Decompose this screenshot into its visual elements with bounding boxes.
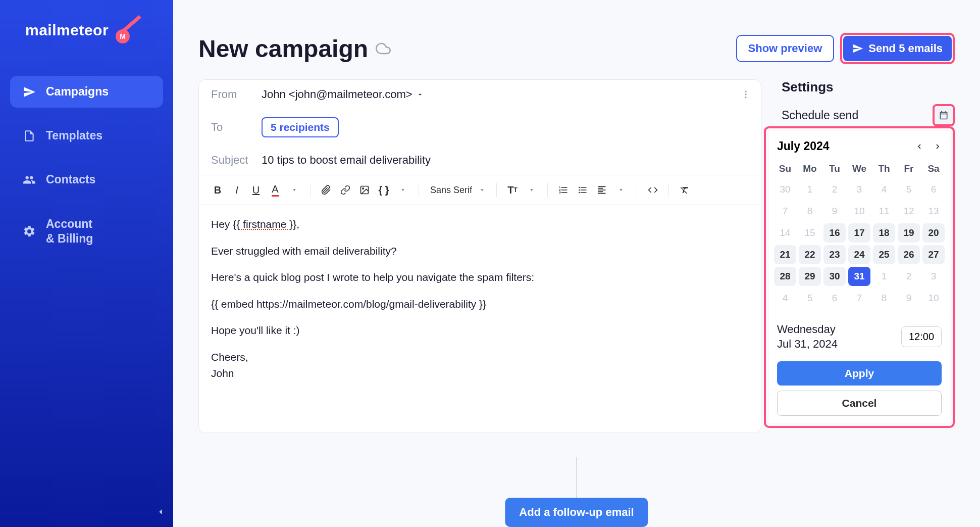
calendar-day[interactable]: 2	[898, 267, 920, 286]
calendar-day[interactable]: 8	[799, 202, 821, 221]
calendar-day[interactable]: 16	[823, 223, 846, 243]
font-size-button[interactable]: TT	[504, 181, 521, 199]
link-button[interactable]	[337, 181, 354, 199]
sidebar-item-contacts[interactable]: Contacts	[10, 164, 163, 196]
svg-point-2	[745, 91, 746, 92]
calendar-icon-highlight	[933, 104, 955, 126]
calendar-day[interactable]: 20	[922, 223, 945, 243]
subject-input[interactable]: 10 tips to boost email deliverability	[262, 154, 431, 167]
toolbar-separator	[419, 183, 419, 197]
apply-button[interactable]: Apply	[777, 361, 942, 386]
calendar-day[interactable]: 25	[873, 245, 895, 264]
calendar-day[interactable]: 22	[799, 245, 821, 264]
calendar-day[interactable]: 4	[873, 180, 895, 199]
calendar-day[interactable]: 7	[848, 289, 870, 308]
send-emails-button[interactable]: Send 5 emails	[843, 36, 952, 61]
calendar-day[interactable]: 5	[898, 180, 920, 199]
gear-icon	[23, 225, 36, 238]
body-line: Cheers,John	[211, 349, 749, 382]
main: New campaign Show preview Send 5 emails	[173, 0, 980, 527]
sidebar-item-campaigns[interactable]: Campaigns	[10, 76, 163, 108]
calendar-dow: Tu	[823, 160, 846, 177]
underline-button[interactable]: U	[247, 181, 265, 199]
font-family-label: Sans Serif	[430, 185, 472, 196]
merge-tag-button[interactable]: { }	[375, 181, 392, 199]
calendar-day[interactable]: 28	[774, 267, 796, 286]
calendar-day[interactable]: 30	[823, 267, 846, 286]
toolbar-separator	[547, 183, 548, 197]
calendar-day[interactable]: 4	[774, 289, 796, 308]
bold-button[interactable]: B	[209, 181, 226, 199]
brand-name: mailmeteor	[25, 22, 109, 39]
calendar-day[interactable]: 24	[848, 245, 870, 264]
calendar-day[interactable]: 12	[898, 202, 920, 221]
email-body-editor[interactable]: Hey {{ firstname }}, Ever struggled with…	[199, 205, 761, 433]
align-button[interactable]	[593, 181, 610, 199]
calendar-day[interactable]: 5	[799, 289, 821, 308]
from-dropdown[interactable]: John <john@mailmeteor.com>	[262, 88, 424, 101]
calendar-day[interactable]: 13	[922, 202, 945, 221]
calendar-day[interactable]: 17	[848, 223, 870, 243]
calendar-day[interactable]: 29	[799, 267, 821, 286]
editor-toolbar: B I U A { } Sans Serif	[199, 175, 761, 205]
calendar-day[interactable]: 21	[774, 245, 796, 264]
calendar-day[interactable]: 23	[823, 245, 846, 264]
svg-point-3	[745, 93, 746, 95]
next-month-button[interactable]	[934, 142, 942, 151]
merge-tag-dropdown[interactable]	[394, 181, 411, 199]
font-size-dropdown[interactable]	[523, 181, 540, 199]
calendar-day[interactable]: 8	[873, 289, 895, 308]
sidebar-item-templates[interactable]: Templates	[10, 120, 163, 152]
calendar-day[interactable]: 18	[873, 223, 895, 243]
calendar-day[interactable]: 10	[848, 202, 870, 221]
time-input[interactable]	[901, 326, 942, 347]
calendar-day[interactable]: 15	[799, 223, 821, 243]
align-dropdown[interactable]	[612, 181, 630, 199]
calendar-day[interactable]: 26	[898, 245, 920, 264]
cloud-sync-icon	[376, 41, 391, 56]
font-family-dropdown[interactable]: Sans Serif	[426, 185, 489, 196]
calendar-day[interactable]: 10	[922, 289, 945, 308]
clear-format-button[interactable]	[676, 181, 693, 199]
calendar-day[interactable]: 3	[922, 267, 945, 286]
toolbar-separator	[668, 183, 669, 197]
calendar-day[interactable]: 30	[774, 180, 796, 199]
text-color-dropdown[interactable]	[286, 181, 303, 199]
calendar-day[interactable]: 31	[848, 267, 870, 286]
calendar-day[interactable]: 7	[774, 202, 796, 221]
calendar-day[interactable]: 19	[898, 223, 920, 243]
followup-section: Add a follow-up email	[505, 457, 648, 527]
toolbar-separator	[310, 183, 311, 197]
calendar-day[interactable]: 3	[848, 180, 870, 199]
more-options-button[interactable]	[741, 89, 751, 100]
calendar-day[interactable]: 6	[823, 289, 846, 308]
code-button[interactable]	[644, 181, 661, 199]
unordered-list-button[interactable]	[574, 181, 591, 199]
italic-button[interactable]: I	[228, 181, 245, 199]
calendar-day[interactable]: 14	[774, 223, 796, 243]
calendar-day[interactable]: 1	[873, 267, 895, 286]
calendar-day[interactable]: 6	[922, 180, 945, 199]
recipients-chip[interactable]: 5 recipients	[262, 117, 339, 137]
sidebar-collapse-button[interactable]	[156, 507, 166, 517]
cancel-button[interactable]: Cancel	[777, 391, 942, 416]
show-preview-button[interactable]: Show preview	[736, 35, 835, 62]
image-button[interactable]	[356, 181, 373, 199]
settings-panel: Settings Schedule send July 2024	[782, 79, 955, 428]
calendar-day[interactable]: 1	[799, 180, 821, 199]
sidebar-item-account-billing[interactable]: Account & Billing	[10, 208, 163, 255]
schedule-calendar-button[interactable]	[936, 107, 952, 123]
calendar-day[interactable]: 9	[898, 289, 920, 308]
calendar-day[interactable]: 9	[823, 202, 846, 221]
ordered-list-button[interactable]	[555, 181, 572, 199]
calendar-day[interactable]: 27	[922, 245, 945, 264]
text-color-button[interactable]: A	[267, 181, 284, 199]
people-icon	[23, 173, 36, 186]
divider	[774, 315, 945, 315]
calendar-day[interactable]: 11	[873, 202, 895, 221]
svg-point-4	[745, 97, 746, 98]
calendar-day[interactable]: 2	[823, 180, 846, 199]
add-followup-button[interactable]: Add a follow-up email	[505, 498, 648, 527]
prev-month-button[interactable]	[915, 142, 923, 151]
attachment-button[interactable]	[318, 181, 335, 199]
